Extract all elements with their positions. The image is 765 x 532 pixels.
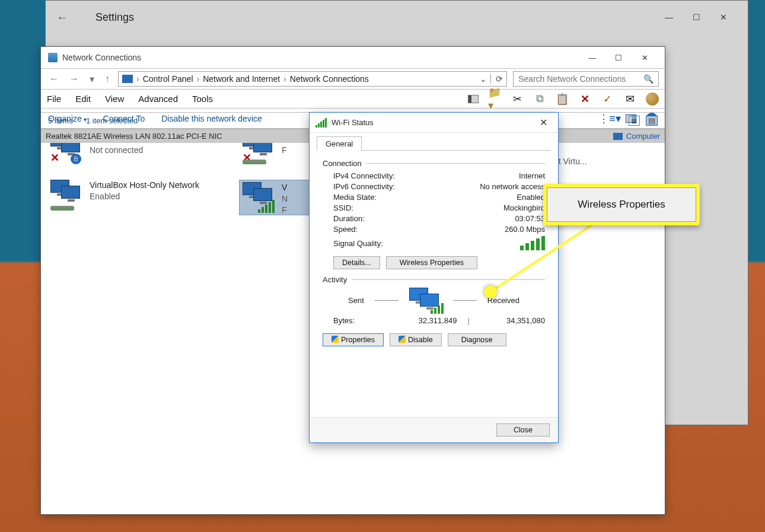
search-placeholder: Search Network Connections [518,74,626,84]
wireless-properties-button[interactable]: Wireless Properties [386,256,477,269]
breadcrumb[interactable]: › Control Panel› Network and Internet› N… [118,71,507,87]
nc-title: Network Connections [62,53,141,62]
bytes-received: 34,351,080 [481,316,546,325]
signal-bars-icon [520,236,545,250]
search-input[interactable]: Search Network Connections 🔍 [513,71,659,87]
media-value: Enabled [440,193,545,202]
crumb-control-panel[interactable]: Control Panel [143,74,193,84]
minimize-button[interactable]: — [579,49,605,66]
disable-button[interactable]: Disable [390,333,442,346]
signal-label: Signal Quality: [333,239,440,248]
activity-pc-icon [409,288,442,313]
menu-view[interactable]: View [105,94,124,104]
shield-icon [332,336,339,343]
group-activity: Activity [323,275,347,284]
status-item-count: 5 items [48,116,73,125]
menu-tools[interactable]: Tools [192,94,213,104]
bytes-sent: 32,311,849 [393,316,457,325]
speed-value: 260.0 Mbps [440,225,545,234]
ipv4-label: IPv4 Connectivity: [333,171,440,180]
ssid-label: SSID: [333,203,440,212]
signal-bars-icon [258,200,275,213]
folder-icon[interactable]: 📁▾ [488,93,501,106]
bytes-label: Bytes: [333,316,393,325]
details-button[interactable]: Details... [333,256,380,269]
view-details-icon[interactable]: ≣ [629,116,640,126]
maximize-button[interactable]: ☐ [605,49,632,66]
wifi-status-dialog: Wi-Fi Status ✕ General Connection IPv4 C… [309,112,559,443]
menu-edit[interactable]: Edit [75,94,91,104]
nav-up-icon[interactable]: ↑ [103,72,112,85]
callout-dot [484,285,497,298]
wifi-dialog-title: Wi-Fi Status [332,118,374,127]
view-large-icon[interactable]: ▤ [646,116,658,126]
close-button[interactable]: ✕ [710,9,737,26]
nc-app-icon [48,53,58,62]
connection-virtualbox[interactable]: VirtualBox Host-Only NetworkEnabled [50,180,228,211]
ssid-value: Mockingbird [440,203,545,212]
status-selected: 1 item selected [86,116,138,125]
computer-icon [613,133,623,140]
minimize-button[interactable]: — [655,9,683,26]
footer-device: Realtek 8821AE Wireless LAN 802.11ac PCI… [46,132,222,141]
x-icon: ✕ [50,151,59,164]
ipv6-value: No network access [440,182,545,191]
search-icon: 🔍 [643,74,654,84]
crumb-network-connections[interactable]: Network Connections [290,74,369,84]
signal-bars-icon [315,118,327,128]
diagnose-button[interactable]: Diagnose [448,333,506,346]
close-icon[interactable]: ✕ [535,116,552,129]
sent-label: Sent [348,296,364,305]
cable-icon [50,206,74,211]
close-button[interactable]: Close [496,423,550,437]
shield-icon [399,336,406,343]
maximize-button[interactable]: ☐ [683,9,710,26]
media-label: Media State: [333,193,440,202]
toggle-pane-icon[interactable] [468,95,479,103]
shell-icon[interactable] [646,93,659,106]
rename-icon[interactable]: ✓ [601,93,614,106]
refresh-icon[interactable]: ⟳ [490,74,503,84]
ipv4-value: Internet [440,171,545,180]
delete-icon[interactable]: ✕ [578,93,591,106]
ipv6-label: IPv6 Connectivity: [333,182,440,191]
menu-file[interactable]: File [47,94,61,104]
close-button[interactable]: ✕ [632,49,658,66]
pc-icon [122,75,133,83]
nav-forward-icon[interactable]: → [67,72,81,85]
copy-icon[interactable]: ⧉ [533,93,546,106]
crumb-dropdown-icon[interactable]: ⌄ [480,74,487,84]
mail-icon[interactable]: ✉ [623,93,636,106]
duration-value: 03:07:53 [440,214,545,223]
paste-icon[interactable]: 📋 [556,93,569,106]
speed-label: Speed: [333,225,440,234]
callout-highlight: Wireless Properties [543,184,700,225]
callout-label: Wireless Properties [547,187,696,222]
footer-computer: Computer [626,132,660,141]
menu-advanced[interactable]: Advanced [138,94,178,104]
duration-label: Duration: [333,214,440,223]
nav-back-icon[interactable]: ← [47,72,61,85]
nav-recent-icon[interactable]: ▾ [87,72,97,86]
tab-general[interactable]: General [317,136,362,151]
settings-title: Settings [95,11,134,24]
group-connection: Connection [323,159,362,168]
crumb-network-internet[interactable]: Network and Internet [203,74,280,84]
properties-button[interactable]: Properties [323,333,384,346]
bluetooth-icon: B [71,154,81,164]
cut-icon[interactable]: ✂ [511,93,524,106]
back-icon[interactable]: ← [56,11,68,24]
cable-icon [243,160,266,164]
